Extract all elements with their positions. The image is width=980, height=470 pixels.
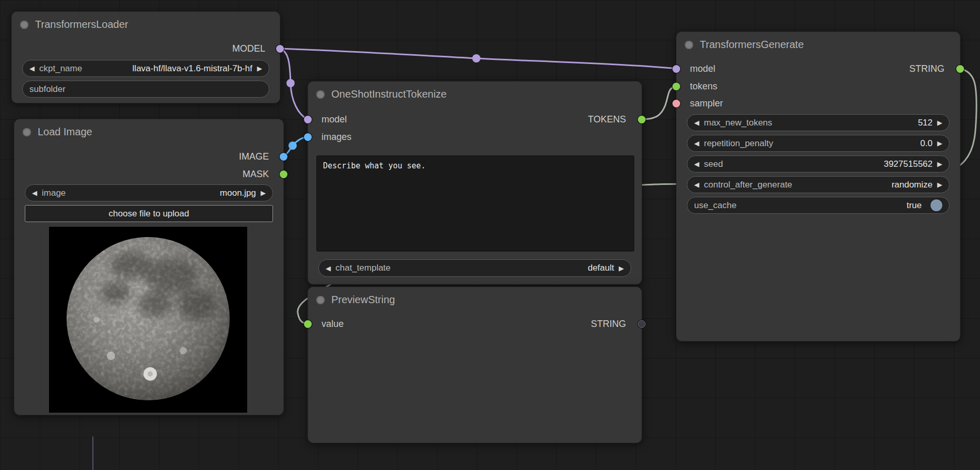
input-port-model[interactable] [304,116,312,123]
collapse-dot-icon[interactable] [20,21,28,29]
widget-label: image [42,188,66,198]
widget-label: max_new_tokens [704,118,772,128]
output-label-string: STRING [909,64,944,74]
node-oneshot-instruct-tokenize[interactable]: OneShotInstructTokenize model images TOK… [308,81,642,285]
prev-arrow-icon[interactable]: ◀ [29,65,35,72]
output-port-image[interactable] [280,153,287,161]
input-label-tokens: tokens [690,81,717,92]
node-transformers-loader[interactable]: TransformersLoader MODEL ◀ ckpt_name lla… [11,11,280,103]
input-port-sampler[interactable] [672,100,680,107]
input-label-value: value [322,319,344,330]
node-title: TransformersLoader [35,19,128,30]
input-label-images: images [322,132,351,143]
use-cache-widget[interactable]: use_cache true [687,197,950,214]
max-new-tokens-widget[interactable]: ◀ max_new_tokens 512 ▶ [687,114,950,131]
input-label-model: model [690,64,715,74]
widget-label: control_after_generate [704,180,792,190]
reroute-dot[interactable] [286,79,295,87]
input-port-images[interactable] [304,133,312,141]
decrement-arrow-icon[interactable]: ◀ [694,119,699,126]
widget-label: ckpt_name [39,64,82,74]
next-arrow-icon[interactable]: ▶ [257,65,262,72]
collapse-dot-icon[interactable] [23,128,31,136]
input-port-model[interactable] [672,65,680,73]
widget-label: subfolder [29,84,66,95]
prev-arrow-icon[interactable]: ◀ [32,190,37,196]
output-label-image: IMAGE [239,151,269,162]
subfolder-widget[interactable]: subfolder [22,81,269,98]
seed-widget[interactable]: ◀ seed 3927515562 ▶ [687,155,950,173]
choose-file-button[interactable]: choose file to upload [25,205,273,222]
collapse-dot-icon[interactable] [316,90,325,99]
image-select-widget[interactable]: ◀ image moon.jpg ▶ [25,184,273,201]
widget-label: chat_template [335,263,391,273]
repetition-penalty-widget[interactable]: ◀ repetition_penalty 0.0 ▶ [687,135,950,152]
widget-label: seed [704,159,723,169]
widget-value: true [907,200,922,211]
widget-value: moon.jpg [220,188,256,198]
prompt-textarea[interactable]: Describe what you see. [316,155,634,252]
node-graph-canvas[interactable]: TransformersLoader MODEL ◀ ckpt_name lla… [0,0,980,470]
output-port-mask[interactable] [280,170,287,178]
node-title-bar: TransformersLoader [20,19,128,30]
use-cache-toggle[interactable] [930,199,942,211]
control-after-generate-widget[interactable]: ◀ control_after_generate randomize ▶ [687,176,950,193]
node-title: Load Image [38,126,92,138]
widget-value: llava-hf/llava-v1.6-mistral-7b-hf [133,64,252,74]
moon-image [49,227,247,413]
output-port-tokens[interactable] [638,116,646,123]
widget-value: default [588,263,614,273]
node-title-bar: OneShotInstructTokenize [316,88,446,100]
next-arrow-icon[interactable]: ▶ [937,181,942,188]
output-label-tokens: TOKENS [588,114,626,125]
widget-label: use_cache [694,200,736,211]
input-label-sampler: sampler [690,98,723,109]
widget-value: 512 [918,118,933,128]
output-label-string: STRING [591,319,626,330]
ckpt-name-widget[interactable]: ◀ ckpt_name llava-hf/llava-v1.6-mistral-… [22,60,269,77]
decrement-arrow-icon[interactable]: ◀ [694,161,699,167]
node-transformers-generate[interactable]: TransformersGenerate model STRING tokens… [676,32,960,341]
input-label-model: model [322,114,347,125]
image-preview [49,227,247,413]
widget-value: 0.0 [920,138,933,149]
input-port-tokens[interactable] [672,83,680,90]
node-load-image[interactable]: Load Image IMAGE MASK ◀ image moon.jpg ▶… [14,119,284,415]
next-arrow-icon[interactable]: ▶ [261,190,266,196]
widget-value: 3927515562 [883,159,933,169]
output-port-string[interactable] [638,320,646,328]
node-title: TransformersGenerate [700,39,804,51]
input-port-value[interactable] [304,320,312,328]
collapse-dot-icon[interactable] [316,296,325,304]
output-port-string[interactable] [956,65,964,73]
node-title: OneShotInstructTokenize [331,88,446,100]
node-title-bar: Load Image [23,126,92,138]
output-port-model[interactable] [276,45,284,53]
collapse-dot-icon[interactable] [685,41,693,49]
widget-label: repetition_penalty [704,138,773,149]
reroute-dot[interactable] [288,142,297,150]
increment-arrow-icon[interactable]: ▶ [937,140,942,147]
node-title-bar: TransformersGenerate [685,39,804,51]
increment-arrow-icon[interactable]: ▶ [937,119,942,126]
increment-arrow-icon[interactable]: ▶ [937,161,942,167]
prev-arrow-icon[interactable]: ◀ [326,265,331,272]
prev-arrow-icon[interactable]: ◀ [694,181,699,188]
output-label-mask: MASK [243,169,269,180]
node-preview-string[interactable]: PreviewString value STRING [308,287,642,443]
node-title-bar: PreviewString [316,294,395,306]
decrement-arrow-icon[interactable]: ◀ [694,140,699,147]
node-title: PreviewString [331,294,395,306]
reroute-dot[interactable] [472,54,480,62]
wire-tokens-to-tokens[interactable] [642,86,676,119]
widget-value: randomize [892,180,933,190]
next-arrow-icon[interactable]: ▶ [619,265,624,272]
output-label-model: MODEL [232,43,265,54]
chat-template-widget[interactable]: ◀ chat_template default ▶ [318,259,631,277]
